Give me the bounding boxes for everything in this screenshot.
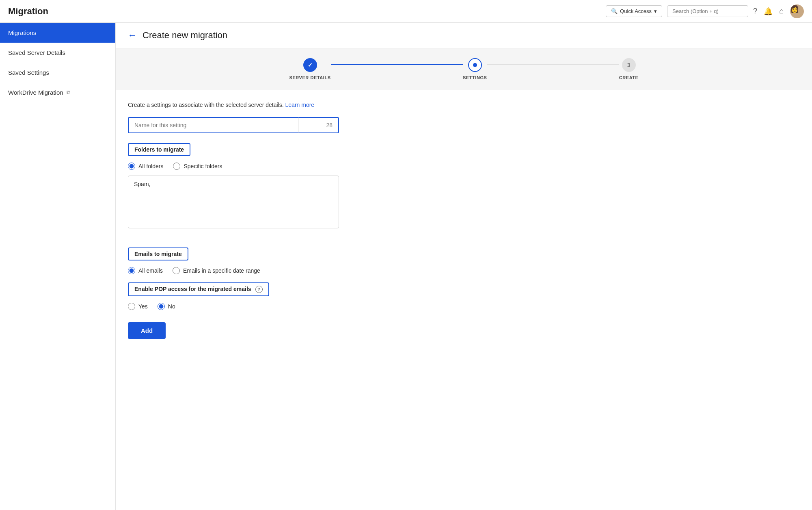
page-header: ← Create new migration [116, 23, 812, 48]
step-create: 3 CREATE [619, 58, 639, 80]
radio-input-specific-folders[interactable] [173, 163, 180, 170]
radio-pop-no-label: No [168, 303, 175, 310]
emails-section-label: Emails to migrate [128, 247, 188, 260]
main-content: ← Create new migration ✓ SERVER DETAILS [116, 23, 812, 510]
home-icon[interactable]: ⌂ [779, 7, 784, 15]
step-label-server-details: SERVER DETAILS [289, 75, 331, 80]
sidebar-item-migrations-label: Migrations [8, 29, 36, 36]
app-title: Migration [8, 6, 48, 17]
pop-section: Enable POP access for the migrated email… [128, 282, 453, 310]
step-label-settings: SETTINGS [463, 75, 487, 80]
sidebar-item-saved-server-details-label: Saved Server Details [8, 49, 65, 56]
description-text: Create a settings to associate with the … [128, 102, 284, 108]
folders-section: Folders to migrate All folders Specific … [128, 143, 453, 239]
pop-help-icon[interactable]: ? [255, 286, 263, 293]
checkmark-icon: ✓ [308, 62, 313, 68]
quick-access-button[interactable]: 🔍 Quick Access ▾ [606, 5, 662, 17]
name-input-row [128, 117, 339, 133]
sidebar-item-migrations[interactable]: Migrations [0, 23, 115, 43]
step-settings: SETTINGS [463, 58, 487, 80]
step-number-create: 3 [627, 62, 631, 68]
help-icon[interactable]: ? [753, 7, 757, 15]
radio-input-all-folders[interactable] [128, 163, 135, 170]
learn-more-link[interactable]: Learn more [285, 102, 315, 108]
pop-radio-group: Yes No [128, 303, 453, 310]
radio-input-pop-yes[interactable] [128, 303, 135, 310]
form-description: Create a settings to associate with the … [128, 102, 453, 108]
stepper-container: ✓ SERVER DETAILS SETTINGS 3 [116, 48, 812, 90]
header-right: 🔍 Quick Access ▾ ? 🔔 ⌂ 👩 [606, 4, 804, 18]
sidebar-item-workdrive-migration[interactable]: WorkDrive Migration ⧉ [0, 82, 115, 102]
pop-section-label: Enable POP access for the migrated email… [128, 282, 269, 296]
step-circle-create: 3 [622, 58, 636, 72]
step-label-create: CREATE [619, 75, 639, 80]
radio-input-all-emails[interactable] [128, 267, 135, 274]
folders-section-label: Folders to migrate [128, 143, 190, 156]
step-circle-settings [468, 58, 482, 72]
header-icons: ? 🔔 ⌂ 👩 [753, 4, 804, 18]
radio-all-emails-label: All emails [138, 267, 163, 274]
sidebar-item-saved-settings-label: Saved Settings [8, 69, 49, 76]
app-body: Migrations Saved Server Details Saved Se… [0, 23, 812, 510]
avatar-image: 👩 [790, 4, 804, 18]
radio-all-folders[interactable]: All folders [128, 163, 163, 170]
exclude-folders-textarea[interactable]: Spam, [128, 176, 339, 228]
sidebar-item-saved-server-details[interactable]: Saved Server Details [0, 43, 115, 63]
radio-specific-folders[interactable]: Specific folders [173, 163, 222, 170]
step-circle-server-details: ✓ [303, 58, 317, 72]
step-line-2 [487, 64, 619, 65]
radio-pop-yes[interactable]: Yes [128, 303, 148, 310]
chevron-down-icon: ▾ [654, 8, 657, 14]
radio-specific-folders-label: Specific folders [184, 163, 222, 169]
name-input[interactable] [128, 117, 298, 133]
sidebar: Migrations Saved Server Details Saved Se… [0, 23, 116, 510]
avatar[interactable]: 👩 [790, 4, 804, 18]
quick-access-label: Quick Access [620, 8, 652, 14]
radio-input-date-range-emails[interactable] [173, 267, 180, 274]
radio-pop-yes-label: Yes [138, 303, 148, 310]
back-button[interactable]: ← [128, 30, 137, 41]
step-line-1 [331, 64, 463, 65]
radio-date-range-emails-label: Emails in a specific date range [183, 267, 260, 274]
folders-radio-group: All folders Specific folders [128, 163, 453, 170]
sidebar-item-saved-settings[interactable]: Saved Settings [0, 63, 115, 82]
radio-input-pop-no[interactable] [158, 303, 165, 310]
stepper: ✓ SERVER DETAILS SETTINGS 3 [289, 58, 639, 80]
notification-icon[interactable]: 🔔 [764, 7, 773, 16]
emails-section: Emails to migrate All emails Emails in a… [128, 247, 453, 274]
radio-date-range-emails[interactable]: Emails in a specific date range [173, 267, 260, 274]
search-icon: 🔍 [611, 8, 618, 14]
step-server-details: ✓ SERVER DETAILS [289, 58, 331, 80]
app-header: Migration 🔍 Quick Access ▾ ? 🔔 ⌂ 👩 [0, 0, 812, 23]
char-count-input[interactable] [298, 117, 339, 133]
radio-all-folders-label: All folders [138, 163, 163, 169]
radio-all-emails[interactable]: All emails [128, 267, 163, 274]
form-area: Create a settings to associate with the … [116, 90, 465, 350]
emails-radio-group: All emails Emails in a specific date ran… [128, 267, 453, 274]
external-link-icon: ⧉ [67, 89, 70, 96]
step-dot-settings [473, 63, 477, 67]
page-title: Create new migration [143, 30, 227, 41]
search-input[interactable] [667, 5, 748, 17]
pop-section-label-text: Enable POP access for the migrated email… [134, 286, 251, 292]
sidebar-item-workdrive-label: WorkDrive Migration [8, 89, 63, 96]
radio-pop-no[interactable]: No [158, 303, 175, 310]
add-button[interactable]: Add [128, 322, 166, 339]
